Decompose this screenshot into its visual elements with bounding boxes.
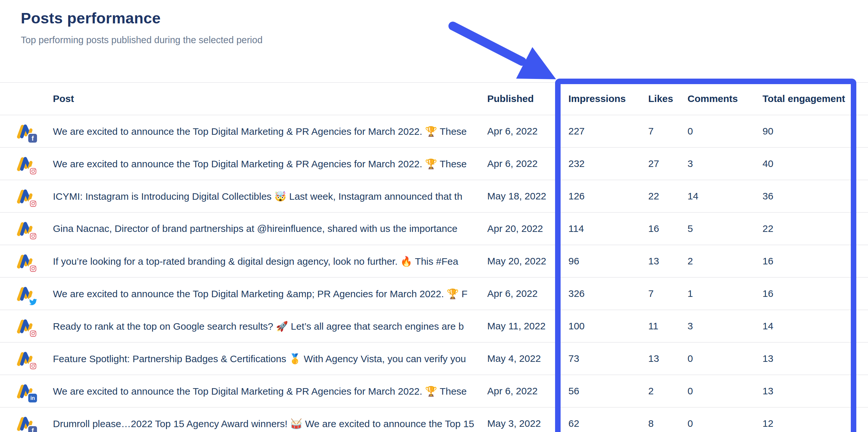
column-header-total-engagement: Total engagement — [763, 93, 868, 104]
instagram-icon — [29, 199, 38, 208]
total-engagement-cell: 13 — [763, 385, 868, 397]
avatar — [16, 220, 33, 237]
impressions-cell: 326 — [568, 288, 648, 299]
avatar-cell: f — [13, 415, 53, 432]
table-row: ICYMI: Instagram is Introducing Digital … — [0, 180, 868, 212]
table-row: f Drumroll please…2022 Top 15 Agency Awa… — [0, 407, 868, 432]
likes-cell: 7 — [648, 126, 687, 137]
impressions-cell: 96 — [568, 256, 648, 267]
total-engagement-cell: 13 — [763, 353, 868, 364]
comments-cell: 1 — [687, 288, 763, 299]
total-engagement-cell: 16 — [763, 256, 868, 267]
avatar-cell — [13, 155, 53, 172]
annotation-arrow-icon — [448, 18, 562, 83]
avatar — [16, 317, 33, 335]
likes-cell: 13 — [648, 256, 687, 267]
total-engagement-cell: 12 — [763, 418, 868, 429]
post-link[interactable]: ICYMI: Instagram is Introducing Digital … — [53, 191, 462, 202]
total-engagement-cell: 40 — [763, 158, 868, 169]
linkedin-icon: in — [28, 394, 37, 402]
published-cell: Apr 20, 2022 — [487, 223, 568, 234]
comments-cell: 5 — [687, 223, 763, 234]
comments-cell: 3 — [687, 321, 763, 332]
table-row: f We are excited to announce the Top Dig… — [0, 115, 868, 147]
page-subtitle: Top performing posts published during th… — [21, 35, 868, 46]
impressions-cell: 227 — [568, 126, 648, 137]
instagram-icon — [29, 329, 38, 338]
avatar-cell — [13, 317, 53, 335]
comments-cell: 2 — [687, 256, 763, 267]
post-link[interactable]: Drumroll please…2022 Top 15 Agency Award… — [53, 419, 474, 429]
avatar — [16, 188, 33, 205]
table-body: f We are excited to announce the Top Dig… — [0, 115, 868, 432]
likes-cell: 2 — [648, 385, 687, 397]
likes-cell: 11 — [648, 321, 687, 332]
instagram-icon — [29, 362, 38, 371]
published-cell: May 11, 2022 — [487, 321, 568, 332]
post-cell: We are excited to announce the Top Digit… — [53, 385, 487, 397]
post-link[interactable]: Gina Nacnac, Director of brand partnersh… — [53, 223, 457, 234]
total-engagement-cell: 14 — [763, 321, 868, 332]
table-row: Feature Spotlight: Partnership Badges & … — [0, 342, 868, 375]
instagram-icon — [29, 232, 38, 241]
impressions-cell: 126 — [568, 191, 648, 202]
post-cell: Drumroll please…2022 Top 15 Agency Award… — [53, 418, 487, 429]
impressions-cell: 62 — [568, 418, 648, 429]
instagram-icon — [29, 264, 38, 273]
post-link[interactable]: Ready to rank at the top on Google searc… — [53, 321, 464, 332]
impressions-cell: 114 — [568, 223, 648, 234]
table-row: We are excited to announce the Top Digit… — [0, 147, 868, 180]
instagram-icon — [29, 167, 38, 176]
avatar — [16, 252, 33, 270]
post-link[interactable]: We are excited to announce the Top Digit… — [53, 126, 467, 137]
published-cell: Apr 6, 2022 — [487, 126, 568, 137]
published-cell: May 18, 2022 — [487, 191, 568, 202]
published-cell: Apr 6, 2022 — [487, 288, 568, 299]
post-cell: We are excited to announce the Top Digit… — [53, 126, 487, 137]
impressions-cell: 56 — [568, 385, 648, 397]
avatar-cell — [13, 252, 53, 270]
likes-cell: 13 — [648, 353, 687, 364]
column-header-impressions: Impressions — [568, 93, 648, 104]
published-cell: Apr 6, 2022 — [487, 158, 568, 169]
table-row: Gina Nacnac, Director of brand partnersh… — [0, 212, 868, 244]
comments-cell: 0 — [687, 385, 763, 397]
total-engagement-cell: 90 — [763, 126, 868, 137]
posts-performance-panel: Posts performance Top performing posts p… — [0, 9, 868, 432]
avatar — [16, 350, 33, 367]
post-link[interactable]: Feature Spotlight: Partnership Badges & … — [53, 353, 466, 364]
published-cell: May 20, 2022 — [487, 256, 568, 267]
impressions-cell: 73 — [568, 353, 648, 364]
comments-cell: 14 — [687, 191, 763, 202]
page-title: Posts performance — [21, 9, 868, 27]
comments-cell: 0 — [687, 418, 763, 429]
likes-cell: 27 — [648, 158, 687, 169]
likes-cell: 8 — [648, 418, 687, 429]
table-row: in We are excited to announce the Top Di… — [0, 375, 868, 407]
post-link[interactable]: We are excited to announce the Top Digit… — [53, 288, 467, 299]
post-link[interactable]: We are excited to announce the Top Digit… — [53, 159, 467, 169]
avatar-cell — [13, 285, 53, 303]
post-cell: ICYMI: Instagram is Introducing Digital … — [53, 191, 487, 202]
published-cell: Apr 6, 2022 — [487, 385, 568, 397]
impressions-cell: 232 — [568, 158, 648, 169]
comments-cell: 3 — [687, 158, 763, 169]
avatar-cell: f — [13, 122, 53, 140]
likes-cell: 16 — [648, 223, 687, 234]
total-engagement-cell: 16 — [763, 288, 868, 299]
post-link[interactable]: If you’re looking for a top-rated brandi… — [53, 256, 458, 267]
table-row: If you’re looking for a top-rated brandi… — [0, 244, 868, 277]
column-header-likes: Likes — [648, 93, 687, 104]
facebook-icon: f — [28, 134, 37, 143]
avatar-cell — [13, 220, 53, 237]
avatar-cell: in — [13, 382, 53, 400]
avatar: f — [16, 415, 33, 432]
post-link[interactable]: We are excited to announce the Top Digit… — [53, 386, 467, 397]
comments-cell: 0 — [687, 126, 763, 137]
post-cell: If you’re looking for a top-rated brandi… — [53, 256, 487, 267]
total-engagement-cell: 22 — [763, 223, 868, 234]
post-cell: Ready to rank at the top on Google searc… — [53, 321, 487, 332]
published-cell: May 4, 2022 — [487, 353, 568, 364]
table-header-row: Post Published Impressions Likes Comment… — [0, 82, 868, 115]
posts-table: Post Published Impressions Likes Comment… — [0, 82, 868, 432]
